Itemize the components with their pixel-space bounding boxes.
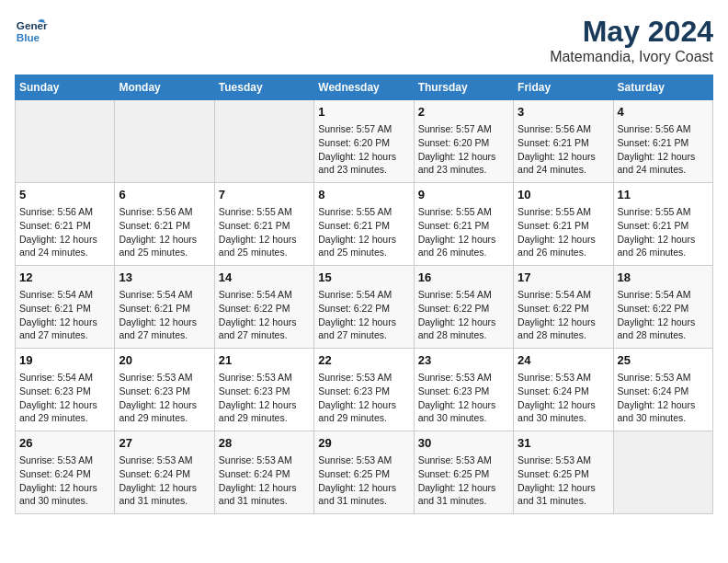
calendar-cell: 16Sunrise: 5:54 AM Sunset: 6:22 PM Dayli…: [414, 266, 513, 349]
weekday-header: Sunday: [16, 75, 115, 100]
day-number: 29: [318, 435, 409, 452]
day-info: Sunrise: 5:53 AM Sunset: 6:24 PM Dayligh…: [219, 454, 310, 508]
day-info: Sunrise: 5:53 AM Sunset: 6:24 PM Dayligh…: [518, 371, 609, 425]
day-info: Sunrise: 5:55 AM Sunset: 6:21 PM Dayligh…: [318, 205, 409, 259]
day-number: 28: [219, 435, 310, 452]
calendar-cell: 21Sunrise: 5:53 AM Sunset: 6:23 PM Dayli…: [214, 349, 313, 431]
calendar-week-row: 1Sunrise: 5:57 AM Sunset: 6:20 PM Daylig…: [16, 100, 713, 183]
day-info: Sunrise: 5:54 AM Sunset: 6:23 PM Dayligh…: [19, 371, 110, 425]
calendar-cell: 2Sunrise: 5:57 AM Sunset: 6:20 PM Daylig…: [414, 100, 513, 183]
day-number: 15: [318, 270, 409, 286]
day-number: 2: [418, 104, 509, 121]
day-info: Sunrise: 5:55 AM Sunset: 6:21 PM Dayligh…: [518, 205, 609, 259]
logo: General Blue: [15, 15, 48, 48]
calendar-cell: 3Sunrise: 5:56 AM Sunset: 6:21 PM Daylig…: [514, 100, 613, 183]
day-number: 16: [418, 270, 509, 286]
calendar-cell: 28Sunrise: 5:53 AM Sunset: 6:24 PM Dayli…: [214, 431, 313, 514]
calendar-cell: [214, 100, 313, 183]
day-number: 8: [318, 187, 409, 203]
day-number: 12: [19, 270, 110, 286]
day-number: 10: [518, 187, 609, 203]
calendar-week-row: 19Sunrise: 5:54 AM Sunset: 6:23 PM Dayli…: [16, 349, 713, 431]
title-block: May 2024 Matemandia, Ivory Coast: [550, 15, 713, 65]
weekday-header: Saturday: [613, 75, 712, 100]
day-info: Sunrise: 5:53 AM Sunset: 6:23 PM Dayligh…: [318, 371, 409, 425]
day-number: 4: [618, 104, 709, 121]
calendar-cell: 14Sunrise: 5:54 AM Sunset: 6:22 PM Dayli…: [214, 266, 313, 349]
calendar-cell: 10Sunrise: 5:55 AM Sunset: 6:21 PM Dayli…: [514, 183, 613, 266]
day-number: 26: [19, 435, 110, 452]
day-info: Sunrise: 5:53 AM Sunset: 6:24 PM Dayligh…: [618, 371, 709, 425]
day-number: 14: [219, 270, 310, 286]
calendar-cell: 6Sunrise: 5:56 AM Sunset: 6:21 PM Daylig…: [115, 183, 214, 266]
calendar-cell: 25Sunrise: 5:53 AM Sunset: 6:24 PM Dayli…: [613, 349, 712, 431]
calendar-cell: 22Sunrise: 5:53 AM Sunset: 6:23 PM Dayli…: [314, 349, 414, 431]
day-info: Sunrise: 5:55 AM Sunset: 6:21 PM Dayligh…: [618, 205, 709, 259]
day-info: Sunrise: 5:54 AM Sunset: 6:21 PM Dayligh…: [19, 288, 110, 342]
weekday-header: Tuesday: [214, 75, 313, 100]
day-info: Sunrise: 5:54 AM Sunset: 6:22 PM Dayligh…: [618, 288, 709, 342]
day-number: 24: [518, 352, 609, 369]
calendar-cell: 26Sunrise: 5:53 AM Sunset: 6:24 PM Dayli…: [16, 431, 115, 514]
calendar-cell: 30Sunrise: 5:53 AM Sunset: 6:25 PM Dayli…: [414, 431, 513, 514]
day-info: Sunrise: 5:54 AM Sunset: 6:22 PM Dayligh…: [418, 288, 509, 342]
day-info: Sunrise: 5:53 AM Sunset: 6:24 PM Dayligh…: [19, 454, 110, 508]
day-number: 25: [618, 352, 709, 369]
day-number: 7: [219, 187, 310, 203]
calendar-cell: 11Sunrise: 5:55 AM Sunset: 6:21 PM Dayli…: [613, 183, 712, 266]
day-info: Sunrise: 5:57 AM Sunset: 6:20 PM Dayligh…: [318, 122, 409, 177]
calendar-cell: 20Sunrise: 5:53 AM Sunset: 6:23 PM Dayli…: [115, 349, 214, 431]
day-info: Sunrise: 5:57 AM Sunset: 6:20 PM Dayligh…: [418, 122, 509, 177]
day-number: 31: [518, 435, 609, 452]
day-number: 20: [119, 352, 210, 369]
calendar-week-row: 5Sunrise: 5:56 AM Sunset: 6:21 PM Daylig…: [16, 183, 713, 266]
calendar-cell: 24Sunrise: 5:53 AM Sunset: 6:24 PM Dayli…: [514, 349, 613, 431]
day-number: 19: [19, 352, 110, 369]
weekday-header: Friday: [514, 75, 613, 100]
calendar-cell: 18Sunrise: 5:54 AM Sunset: 6:22 PM Dayli…: [613, 266, 712, 349]
calendar-cell: 8Sunrise: 5:55 AM Sunset: 6:21 PM Daylig…: [314, 183, 414, 266]
calendar-cell: 1Sunrise: 5:57 AM Sunset: 6:20 PM Daylig…: [314, 100, 414, 183]
day-info: Sunrise: 5:56 AM Sunset: 6:21 PM Dayligh…: [618, 122, 709, 177]
day-number: 22: [318, 352, 409, 369]
svg-text:Blue: Blue: [17, 31, 40, 43]
day-number: 17: [518, 270, 609, 286]
day-info: Sunrise: 5:56 AM Sunset: 6:21 PM Dayligh…: [518, 122, 609, 177]
calendar-cell: 13Sunrise: 5:54 AM Sunset: 6:21 PM Dayli…: [115, 266, 214, 349]
day-info: Sunrise: 5:53 AM Sunset: 6:24 PM Dayligh…: [119, 454, 210, 508]
weekday-header-row: SundayMondayTuesdayWednesdayThursdayFrid…: [16, 75, 713, 100]
day-info: Sunrise: 5:53 AM Sunset: 6:23 PM Dayligh…: [418, 371, 509, 425]
day-number: 13: [119, 270, 210, 286]
day-number: 3: [518, 104, 609, 121]
day-info: Sunrise: 5:53 AM Sunset: 6:25 PM Dayligh…: [318, 454, 409, 508]
calendar-week-row: 12Sunrise: 5:54 AM Sunset: 6:21 PM Dayli…: [16, 266, 713, 349]
calendar-cell: 15Sunrise: 5:54 AM Sunset: 6:22 PM Dayli…: [314, 266, 414, 349]
day-number: 23: [418, 352, 509, 369]
day-info: Sunrise: 5:56 AM Sunset: 6:21 PM Dayligh…: [119, 205, 210, 259]
weekday-header: Wednesday: [314, 75, 414, 100]
day-number: 5: [19, 187, 110, 203]
calendar-cell: 23Sunrise: 5:53 AM Sunset: 6:23 PM Dayli…: [414, 349, 513, 431]
day-info: Sunrise: 5:55 AM Sunset: 6:21 PM Dayligh…: [219, 205, 310, 259]
day-number: 18: [618, 270, 709, 286]
day-info: Sunrise: 5:54 AM Sunset: 6:22 PM Dayligh…: [318, 288, 409, 342]
calendar-title: May 2024: [550, 15, 713, 49]
calendar-cell: [16, 100, 115, 183]
day-number: 30: [418, 435, 509, 452]
logo-icon: General Blue: [15, 15, 48, 48]
calendar-cell: 12Sunrise: 5:54 AM Sunset: 6:21 PM Dayli…: [16, 266, 115, 349]
day-info: Sunrise: 5:53 AM Sunset: 6:23 PM Dayligh…: [119, 371, 210, 425]
day-number: 1: [318, 104, 409, 121]
page-header: General Blue May 2024 Matemandia, Ivory …: [15, 15, 713, 65]
calendar-cell: 19Sunrise: 5:54 AM Sunset: 6:23 PM Dayli…: [16, 349, 115, 431]
day-number: 9: [418, 187, 509, 203]
weekday-header: Thursday: [414, 75, 513, 100]
calendar-cell: 7Sunrise: 5:55 AM Sunset: 6:21 PM Daylig…: [214, 183, 313, 266]
weekday-header: Monday: [115, 75, 214, 100]
calendar-subtitle: Matemandia, Ivory Coast: [550, 49, 713, 65]
day-number: 11: [618, 187, 709, 203]
day-info: Sunrise: 5:53 AM Sunset: 6:23 PM Dayligh…: [219, 371, 310, 425]
day-info: Sunrise: 5:54 AM Sunset: 6:22 PM Dayligh…: [219, 288, 310, 342]
day-number: 6: [119, 187, 210, 203]
calendar-cell: 5Sunrise: 5:56 AM Sunset: 6:21 PM Daylig…: [16, 183, 115, 266]
